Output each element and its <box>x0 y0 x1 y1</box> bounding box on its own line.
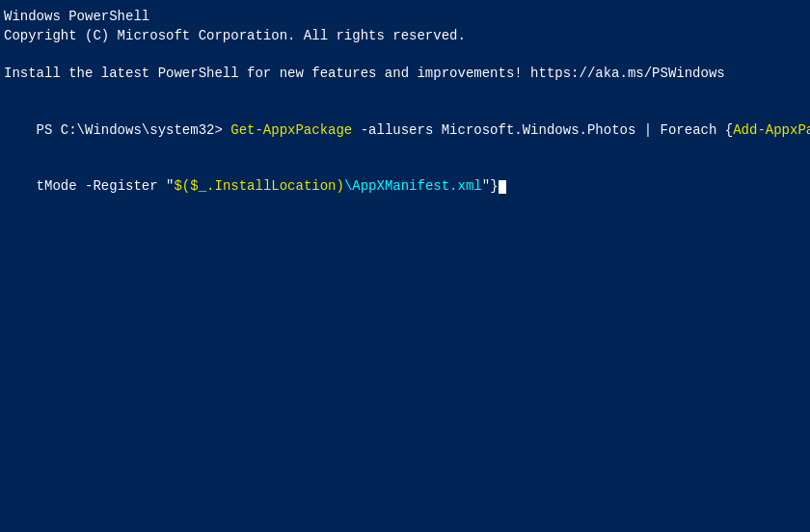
pipe-symbol: | <box>635 122 660 138</box>
cmd-get-appx: Get-AppxPackage <box>230 122 352 138</box>
line-copyright: Copyright (C) Microsoft Corporation. All… <box>4 27 806 46</box>
line-install: Install the latest PowerShell for new fe… <box>4 65 806 84</box>
cursor-block <box>499 180 506 194</box>
space1 <box>158 178 166 194</box>
manifest-path: \AppXManifest.xml <box>344 178 482 194</box>
param-register: -Register <box>85 178 158 194</box>
line-command2: tMode -Register "$($_.InstallLocation)\A… <box>4 159 806 216</box>
dollar-expr: $($_.InstallLocation) <box>174 178 343 194</box>
param-tmode: tMode <box>37 178 85 194</box>
param-allusers: -allusers <box>352 122 441 138</box>
line-blank1 <box>4 45 806 65</box>
brace-open: { <box>725 122 733 138</box>
line-title: Windows PowerShell <box>4 8 806 27</box>
prompt-text: PS C:\Windows\system32> <box>37 122 231 138</box>
line-command1: PS C:\Windows\system32> Get-AppxPackage … <box>4 102 806 159</box>
cmd-add-appx: Add-AppxPackage <box>733 122 810 138</box>
terminal-window: Windows PowerShell Copyright (C) Microso… <box>0 0 810 532</box>
line-blank2 <box>4 83 806 102</box>
val-photos: Microsoft.Windows.Photos <box>442 122 636 138</box>
foreach-keyword: Foreach <box>661 122 725 138</box>
string-close-brace: "} <box>482 178 499 194</box>
